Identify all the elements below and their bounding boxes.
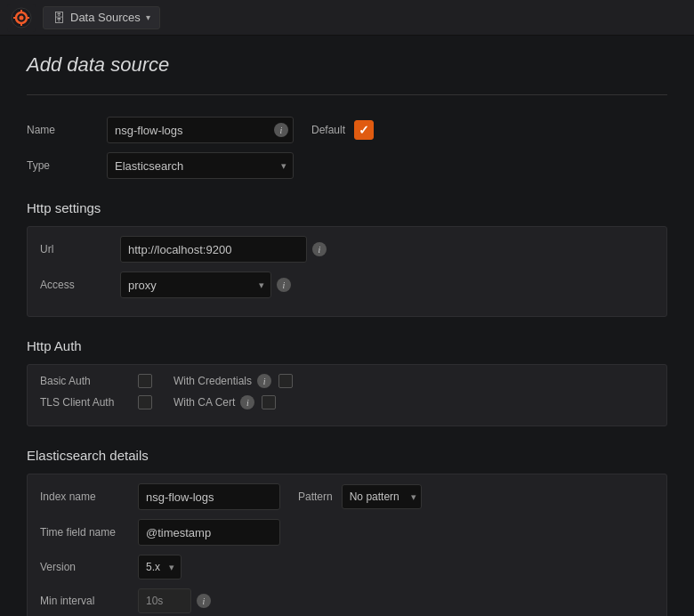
- default-checkbox[interactable]: [354, 120, 374, 140]
- pattern-section: Pattern No pattern Daily Weekly Monthly …: [298, 484, 422, 509]
- name-input[interactable]: [107, 117, 294, 143]
- nav-chevron-icon: ▾: [146, 12, 150, 22]
- with-credentials-checkbox[interactable]: [278, 374, 293, 388]
- http-auth-section: Http Auth Basic Auth With Credentials i …: [27, 338, 667, 426]
- index-name-row: Index name Pattern No pattern Daily Week…: [40, 483, 654, 510]
- pattern-label: Pattern: [298, 490, 333, 503]
- basic-auth-row: Basic Auth With Credentials i: [40, 374, 654, 388]
- access-select-wrapper: proxy direct ▾: [120, 272, 271, 298]
- http-settings-section: Http settings Url i Access proxy direct …: [27, 200, 667, 317]
- basic-auth-label: Basic Auth: [40, 375, 138, 387]
- title-divider: [27, 94, 667, 95]
- type-select[interactable]: Elasticsearch Graphite InfluxDB Promethe…: [107, 152, 294, 179]
- tls-client-auth-label: TLS Client Auth: [40, 396, 138, 409]
- time-field-row: Time field name: [40, 519, 654, 546]
- type-row: Type Elasticsearch Graphite InfluxDB Pro…: [27, 152, 667, 179]
- tls-auth-row: TLS Client Auth With CA Cert i: [40, 395, 654, 409]
- url-info-icon[interactable]: i: [312, 242, 327, 256]
- min-interval-input[interactable]: [138, 588, 191, 613]
- version-wrapper: 5.x 2.x 1.x ▾: [138, 555, 182, 580]
- no-pattern-wrapper: No pattern Daily Weekly Monthly Yearly ▾: [342, 484, 422, 509]
- es-details-heading: Elasticsearch details: [27, 448, 667, 463]
- top-nav: 🗄 Data Sources ▾: [0, 0, 694, 36]
- version-select[interactable]: 5.x 2.x 1.x: [138, 555, 182, 580]
- min-interval-row: Min interval i: [40, 588, 654, 613]
- index-name-input[interactable]: [138, 483, 280, 510]
- name-row: Name i Default: [27, 117, 667, 143]
- es-details-box: Index name Pattern No pattern Daily Week…: [27, 474, 667, 616]
- with-ca-cert-label: With CA Cert: [174, 396, 235, 409]
- name-info-icon[interactable]: i: [274, 123, 288, 137]
- default-label: Default: [311, 124, 345, 136]
- access-select[interactable]: proxy direct: [120, 272, 271, 298]
- with-credentials-info-icon[interactable]: i: [257, 374, 271, 388]
- index-name-label: Index name: [40, 490, 138, 503]
- tls-client-auth-checkbox[interactable]: [138, 395, 152, 409]
- basic-fields-section: Name i Default Type Elasticsearch Graphi…: [27, 117, 667, 179]
- type-label: Type: [27, 159, 107, 172]
- es-details-section: Elasticsearch details Index name Pattern…: [27, 448, 667, 616]
- url-label: Url: [40, 243, 120, 255]
- datasource-nav-icon: 🗄: [52, 11, 65, 25]
- url-row: Url i: [40, 236, 654, 263]
- min-interval-info-icon[interactable]: i: [197, 594, 211, 608]
- time-field-input[interactable]: [138, 519, 280, 546]
- pattern-select[interactable]: No pattern Daily Weekly Monthly Yearly: [342, 484, 422, 509]
- default-row: Default: [311, 120, 374, 140]
- main-content: Add data source Name i Default Type Elas…: [0, 36, 694, 616]
- url-input-wrapper: i: [120, 236, 327, 263]
- url-input[interactable]: [120, 236, 307, 263]
- datasources-nav-button[interactable]: 🗄 Data Sources ▾: [43, 6, 160, 29]
- access-row: Access proxy direct ▾ i: [40, 272, 654, 298]
- name-input-wrapper: i: [107, 117, 294, 143]
- grafana-logo[interactable]: [7, 4, 36, 32]
- page-title: Add data source: [27, 53, 667, 77]
- type-select-wrapper: Elasticsearch Graphite InfluxDB Promethe…: [107, 152, 294, 179]
- with-credentials-label: With Credentials: [174, 375, 252, 387]
- svg-point-2: [20, 15, 24, 20]
- http-settings-heading: Http settings: [27, 200, 667, 215]
- version-label: Version: [40, 561, 138, 573]
- http-settings-box: Url i Access proxy direct ▾ i: [27, 226, 667, 317]
- access-label: Access: [40, 279, 120, 291]
- http-auth-heading: Http Auth: [27, 338, 667, 353]
- access-info-icon[interactable]: i: [277, 278, 291, 292]
- version-row: Version 5.x 2.x 1.x ▾: [40, 555, 654, 580]
- nav-datasource-label: Data Sources: [70, 11, 141, 24]
- with-ca-cert-info-icon[interactable]: i: [240, 395, 254, 409]
- time-field-label: Time field name: [40, 526, 138, 539]
- name-label: Name: [27, 124, 107, 136]
- min-interval-label: Min interval: [40, 595, 138, 607]
- with-ca-cert-checkbox[interactable]: [262, 395, 276, 409]
- basic-auth-checkbox[interactable]: [138, 374, 152, 388]
